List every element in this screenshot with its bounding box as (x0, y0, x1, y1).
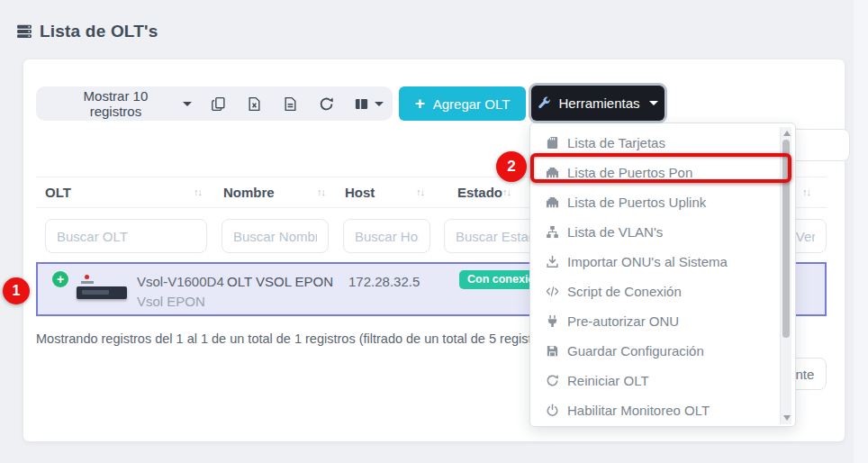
menu-item-label: Importar ONU's al Sistema (567, 254, 728, 269)
page-length-label: Mostrar 10 registros (56, 88, 176, 119)
menu-item-lista-de-puertos-uplink[interactable]: Lista de Puertos Uplink (530, 187, 795, 217)
menu-item-label: Habilitar Monitoreo OLT (567, 403, 710, 418)
menu-item-lista-de-vlans[interactable]: Lista de VLAN's (530, 217, 795, 247)
menu-item-label: Lista de VLAN's (567, 224, 663, 240)
scroll-down-arrow-icon[interactable] (783, 415, 791, 421)
tools-dropdown-button[interactable]: Herramientas (531, 86, 665, 121)
sort-icon[interactable]: ↑↓ (416, 186, 424, 197)
olt-list-page: Lista de OLT's Mostrar 10 registros (0, 0, 868, 463)
filter-nombre-input[interactable] (222, 219, 329, 253)
server-stack-icon (16, 23, 32, 40)
ethernet-icon (546, 195, 559, 209)
annotation-step-2: 2 (496, 151, 527, 182)
sd-card-icon (546, 136, 559, 150)
add-olt-button[interactable]: + Agregar OLT (399, 86, 526, 121)
page-length-dropdown[interactable]: Mostrar 10 registros (36, 88, 201, 119)
tools-label: Herramientas (558, 95, 639, 111)
expand-row-icon[interactable]: + (52, 271, 68, 287)
olt-type-cell: Vsol EPON (137, 294, 205, 309)
page-title-text: Lista de OLT's (40, 22, 158, 41)
menu-item-guardar-configuracion[interactable]: Guardar Configuración (530, 336, 795, 366)
excel-export-button[interactable] (237, 87, 273, 120)
code-icon (546, 285, 559, 298)
add-olt-label: Agregar OLT (433, 96, 511, 112)
menu-item-reiniciar-olt[interactable]: Reiniciar OLT (530, 366, 795, 395)
refresh-table-button[interactable] (308, 87, 344, 120)
olt-name-cell: OLT VSOL EPON (227, 274, 333, 289)
column-header-olt[interactable]: OLT (45, 185, 71, 200)
page-title: Lista de OLT's (16, 22, 158, 41)
copy-button[interactable] (201, 87, 237, 120)
sync-icon (546, 374, 559, 387)
column-header-host[interactable]: Host (345, 185, 375, 200)
power-icon (546, 404, 559, 417)
olt-host-cell: 172.28.32.5 (348, 274, 420, 289)
table-toolbar: Mostrar 10 registros (36, 86, 393, 121)
menu-item-label: Lista de Tarjetas (567, 135, 665, 150)
sort-icon[interactable]: ↑↓ (802, 186, 810, 197)
sort-icon[interactable]: ↑↓ (194, 186, 202, 197)
filter-olt-input[interactable] (45, 219, 207, 253)
annotation-highlight-box (530, 153, 791, 183)
chevron-down-icon (375, 102, 384, 106)
wrench-icon (538, 96, 551, 110)
chevron-down-icon (649, 101, 658, 105)
save-icon (546, 344, 559, 358)
menu-item-script-de-conexion[interactable]: Script de Conexión (530, 277, 795, 306)
filter-estado-input[interactable] (444, 219, 543, 253)
pdf-export-button[interactable] (273, 87, 309, 120)
scroll-up-arrow-icon[interactable] (783, 131, 791, 136)
chevron-down-icon (183, 102, 192, 106)
menu-item-label: Lista de Puertos Uplink (567, 195, 706, 210)
sort-icon[interactable]: ↑↓ (502, 186, 511, 197)
menu-item-label: Script de Conexión (567, 284, 682, 299)
menu-item-label: Guardar Configuración (567, 343, 704, 359)
sort-icon[interactable]: ↑↓ (317, 186, 325, 197)
menu-item-label: Reiniciar OLT (567, 373, 649, 388)
columns-icon (354, 96, 369, 112)
menu-item-habilitar-monitoreo[interactable]: Habilitar Monitoreo OLT (530, 395, 795, 425)
menu-item-importar-onus[interactable]: Importar ONU's al Sistema (530, 247, 795, 277)
page-scroll-gutter (854, 0, 868, 463)
network-icon (546, 225, 559, 239)
column-header-nombre[interactable]: Nombre (223, 185, 275, 200)
file-lines-icon (283, 96, 298, 112)
olt-device-thumbnail (76, 270, 130, 310)
copy-icon (211, 96, 226, 112)
menu-item-label: Pre-autorizar ONU (567, 313, 679, 329)
plus-icon: + (415, 95, 425, 112)
column-visibility-button[interactable] (344, 87, 393, 120)
refresh-icon (319, 96, 334, 112)
olt-model-cell: Vsol-V1600D4 (137, 274, 224, 289)
annotation-step-1: 1 (3, 277, 30, 304)
download-icon (546, 255, 559, 268)
excel-export-icon (247, 96, 262, 112)
menu-item-pre-autorizar-onu[interactable]: Pre-autorizar ONU (530, 306, 795, 336)
column-header-estado[interactable]: Estado (457, 185, 502, 200)
filter-host-input[interactable] (343, 219, 430, 253)
plug-icon (546, 314, 559, 328)
